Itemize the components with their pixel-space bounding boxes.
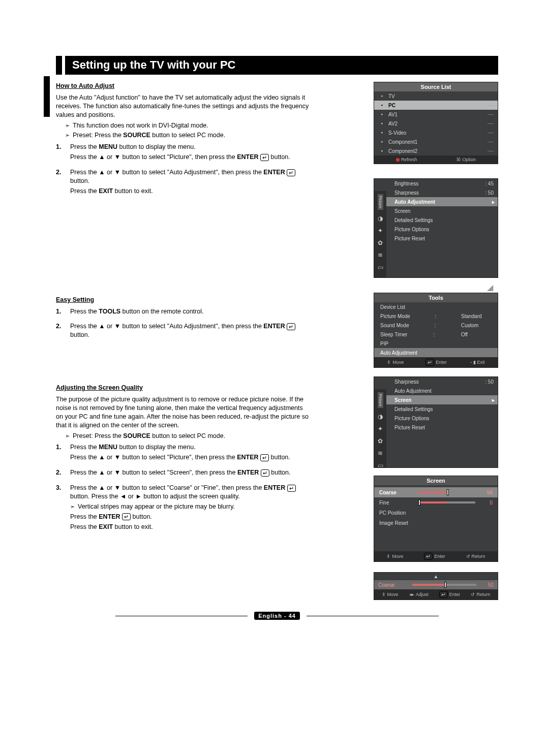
footer-refresh[interactable]: Refresh: [401, 157, 417, 162]
enter-icon: ↵: [287, 323, 295, 330]
page-footer: English - 44: [56, 612, 498, 619]
step-number: 1.: [56, 443, 65, 463]
tab-icon[interactable]: ✦: [378, 227, 383, 234]
screen-quality-intro: The purpose of the picture quality adjus…: [56, 395, 310, 430]
source-item[interactable]: ▪AV1----: [374, 110, 498, 119]
continuation-arrow-icon: ◢: [487, 282, 493, 292]
enter-icon: ↵: [424, 553, 433, 560]
sq-step3: Press the ▲ or ▼ button to select "Coars…: [70, 484, 310, 532]
menu-item[interactable]: Detailed Settings: [386, 404, 498, 414]
footer-move: Move: [392, 554, 403, 559]
step-number: 1.: [56, 307, 65, 318]
sq-step1: Press the MENU button to display the men…: [70, 443, 310, 463]
osd-tools-title: Tools: [374, 293, 498, 302]
updown-icon: ⇕: [382, 592, 386, 597]
tab-icon[interactable]: ▭: [378, 462, 383, 469]
updown-icon: ⇕: [387, 360, 391, 365]
easy-step2: Press the ▲ or ▼ button to select "Auto …: [70, 322, 310, 341]
enter-icon: ↵: [260, 454, 269, 461]
leftright-icon: ◂▸: [409, 592, 414, 597]
tab-icon[interactable]: ≋: [378, 251, 383, 259]
footer-adjust: Adjust: [416, 592, 429, 597]
footer-enter: Enter: [436, 360, 447, 365]
osd-tools-menu[interactable]: Tools Device ListPicture Mode:StandardSo…: [374, 293, 498, 368]
note-preset: Preset: Press the SOURCE button to selec…: [73, 131, 225, 140]
tools-item[interactable]: Device List: [374, 302, 498, 311]
footer-exit: Exit: [477, 360, 485, 365]
tools-icon: ☒: [456, 157, 461, 162]
tools-item[interactable]: PIP: [374, 339, 498, 348]
note-arrow-icon: ➣: [70, 502, 75, 511]
side-tab-picture[interactable]: Picture: [378, 392, 383, 408]
page-title: Setting up the TV with your PC: [65, 56, 498, 75]
osd-picture-menu[interactable]: Picture ◑ ✦ ✿ ≋ ▭ Brightness: 45Sharpnes…: [374, 178, 498, 278]
easy-step1: Press the TOOLS button on the remote con…: [70, 307, 310, 318]
tab-icon[interactable]: ✦: [378, 425, 383, 432]
osd-picture-menu-2[interactable]: Picture ◑ ✦ ✿ ≋ ▭ Sharpness: 50Auto Adju…: [374, 376, 498, 468]
screen-item[interactable]: Image Reset: [374, 518, 498, 528]
menu-item[interactable]: Brightness: 45: [386, 179, 498, 188]
auto-adjust-intro: Use the Auto "Adjust function" to have t…: [56, 93, 310, 119]
screen-item[interactable]: Coarse50: [374, 487, 498, 497]
side-tab-picture[interactable]: Picture: [378, 194, 383, 210]
coarse-value: 50: [482, 582, 494, 588]
source-item[interactable]: ▪PC----: [374, 101, 498, 110]
screen-item[interactable]: Fine0: [374, 497, 498, 508]
osd-coarse-adjust[interactable]: ▲ Coarse 50 ⇕Move ◂▸Adjust ↵Enter ↺Retur…: [374, 572, 498, 600]
tab-icon[interactable]: ≋: [378, 450, 383, 457]
footer-move: Move: [392, 360, 404, 365]
menu-item[interactable]: Auto Adjustment: [386, 386, 498, 395]
source-item[interactable]: ▪Component1----: [374, 137, 498, 146]
tab-icon[interactable]: ◑: [378, 215, 383, 222]
footer-option[interactable]: Option: [462, 157, 476, 162]
tools-item[interactable]: Auto Adjustment: [374, 348, 498, 357]
source-item[interactable]: ▪AV2----: [374, 119, 498, 128]
menu-item[interactable]: Auto Adjustment▸: [386, 197, 498, 206]
screen-item[interactable]: PC Position: [374, 508, 498, 518]
tools-item[interactable]: Sound Mode:Custom: [374, 321, 498, 330]
sq-step2: Press the ▲ or ▼ button to select "Scree…: [70, 468, 310, 479]
note-dvi: This function does not work in DVI-Digit…: [73, 121, 208, 130]
footer-enter: Enter: [434, 554, 445, 559]
source-item[interactable]: ▪S-Video----: [374, 128, 498, 137]
up-arrow-icon: ▲: [374, 573, 498, 580]
note-arrow-icon: ➣: [65, 131, 70, 140]
menu-item[interactable]: Screen▸: [386, 395, 498, 404]
source-item[interactable]: ▪Component2----: [374, 146, 498, 155]
coarse-label: Coarse: [378, 582, 406, 588]
section-easy-setting-heading: Easy Setting: [56, 296, 310, 304]
step-number: 3.: [56, 484, 65, 532]
tab-icon[interactable]: ✿: [378, 437, 383, 445]
tab-icon[interactable]: ◑: [378, 413, 383, 420]
menu-item[interactable]: Picture Options: [386, 414, 498, 423]
step-number: 2.: [56, 168, 65, 197]
section-auto-adjust-heading: How to Auto Adjust: [56, 82, 310, 90]
menu-item[interactable]: Detailed Settings: [386, 215, 498, 225]
step2-body: Press the ▲ or ▼ button to select "Auto …: [70, 168, 310, 197]
osd-screen-panel[interactable]: Screen Coarse50Fine0PC PositionImage Res…: [374, 476, 498, 562]
note-preset-2: Preset: Press the SOURCE button to selec…: [73, 432, 225, 440]
footer-return: Return: [472, 554, 485, 559]
return-icon: ↺: [466, 554, 470, 559]
step-number: 2.: [56, 468, 65, 479]
enter-icon: ↵: [260, 154, 269, 161]
menu-item[interactable]: Sharpness: 50: [386, 377, 498, 386]
source-item[interactable]: ▪TV: [374, 91, 498, 101]
tab-icon[interactable]: ▭: [378, 264, 383, 271]
tools-item[interactable]: Picture Mode:Standard: [374, 311, 498, 321]
enter-icon: ↵: [287, 169, 295, 176]
menu-item[interactable]: Sharpness: 50: [386, 188, 498, 197]
coarse-slider[interactable]: [412, 584, 476, 586]
osd-source-list[interactable]: Source List ▪TV▪PC----▪AV1----▪AV2----▪S…: [374, 82, 498, 164]
menu-item[interactable]: Screen: [386, 206, 498, 215]
enter-icon: ↵: [425, 359, 434, 366]
footer-move: Move: [387, 592, 399, 597]
tools-item[interactable]: Sleep Timer:Off: [374, 330, 498, 339]
menu-item[interactable]: Picture Reset: [386, 234, 498, 243]
updown-icon: ⇕: [386, 554, 390, 559]
exit-icon: →▮: [469, 360, 476, 365]
menu-item[interactable]: Picture Reset: [386, 423, 498, 432]
menu-item[interactable]: Picture Options: [386, 225, 498, 234]
step-number: 1.: [56, 143, 65, 163]
tab-icon[interactable]: ✿: [378, 239, 383, 246]
